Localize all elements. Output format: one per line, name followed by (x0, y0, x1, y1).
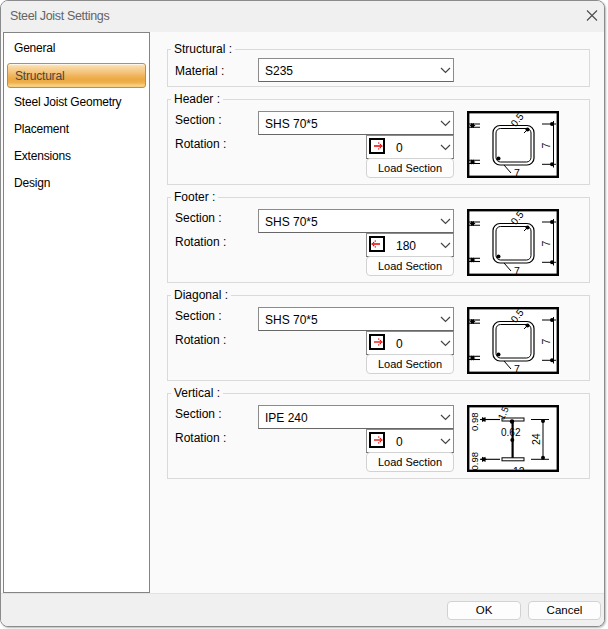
svg-text:7: 7 (514, 167, 520, 178)
svg-text:7: 7 (540, 143, 552, 149)
svg-text:0.98: 0.98 (469, 452, 480, 471)
svg-text:12: 12 (513, 465, 525, 472)
svg-text:24: 24 (530, 433, 542, 445)
svg-text:7: 7 (540, 241, 552, 247)
svg-text:7: 7 (514, 363, 520, 374)
svg-text:7: 7 (514, 265, 520, 276)
svg-text:7: 7 (540, 339, 552, 345)
svg-text:0.98: 0.98 (469, 413, 480, 432)
svg-text:0.62: 0.62 (501, 427, 521, 438)
